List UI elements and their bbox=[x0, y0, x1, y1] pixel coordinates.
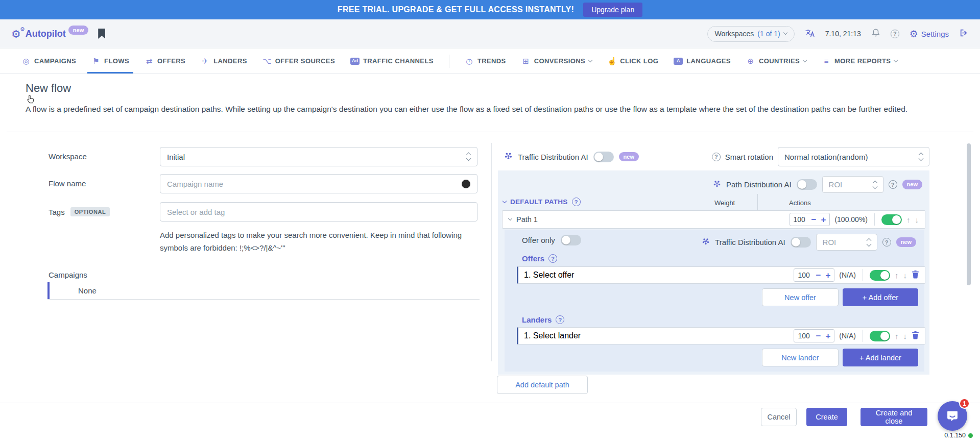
select-updown-icon bbox=[919, 153, 923, 160]
nav-item-languages[interactable]: ALANGUAGES bbox=[674, 48, 731, 73]
nav-item-label: LANGUAGES bbox=[686, 57, 731, 65]
plus-button[interactable]: + bbox=[825, 271, 830, 280]
path-distribution-toggle[interactable] bbox=[797, 179, 817, 190]
new-badge: new bbox=[619, 152, 639, 161]
path-enabled-toggle[interactable] bbox=[881, 214, 902, 225]
campaigns-accent-bar bbox=[47, 282, 50, 299]
nav-item-traffic-channels[interactable]: AdTRAFFIC CHANNELS bbox=[350, 48, 434, 73]
create-and-close-button[interactable]: Create and close bbox=[861, 408, 927, 426]
nav-item-countries[interactable]: ⊕COUNTRIES bbox=[746, 48, 806, 73]
campaigns-label: Campaigns bbox=[49, 270, 87, 279]
trial-banner: FREE TRIAL. UPGRADE & GET FULL ACCESS IN… bbox=[0, 0, 980, 19]
select-updown-icon bbox=[867, 239, 871, 246]
translate-icon[interactable] bbox=[805, 29, 815, 39]
plus-button[interactable]: + bbox=[821, 215, 826, 224]
lander-buttons: New lander + Add lander bbox=[762, 349, 918, 366]
chat-unread-badge: 1 bbox=[959, 398, 970, 409]
roi-select[interactable]: ROI bbox=[816, 234, 877, 251]
new-lander-button[interactable]: New lander bbox=[762, 349, 839, 366]
nav-item-flows[interactable]: ⚑FLOWS bbox=[91, 48, 129, 73]
lander-row[interactable]: 1. Select lander 100 − + (N/A) ↑ ↓ bbox=[517, 327, 925, 344]
workspace-value: Initial bbox=[167, 153, 463, 161]
move-up-icon[interactable]: ↑ bbox=[895, 332, 899, 340]
upgrade-plan-button[interactable]: Upgrade plan bbox=[583, 3, 642, 17]
help-icon[interactable]: ? bbox=[548, 254, 557, 263]
nav-item-trends[interactable]: ◷TRENDS bbox=[465, 48, 506, 73]
offer-only-toggle[interactable] bbox=[561, 235, 581, 245]
brand[interactable]: ⚙⚙ Autopilot new bbox=[11, 29, 105, 39]
help-icon[interactable]: ? bbox=[572, 198, 581, 206]
lander-weight-value: 100 bbox=[798, 332, 811, 340]
lander-actions: 100 − + (N/A) ↑ ↓ bbox=[794, 329, 919, 342]
bookmark-icon[interactable] bbox=[98, 29, 105, 39]
nav-item-label: TRAFFIC CHANNELS bbox=[363, 57, 434, 65]
add-offer-button[interactable]: + Add offer bbox=[843, 288, 918, 306]
help-icon[interactable]: ? bbox=[556, 315, 564, 324]
move-down-icon[interactable]: ↓ bbox=[903, 332, 907, 340]
offer-enabled-toggle[interactable] bbox=[870, 270, 890, 281]
new-offer-button[interactable]: New offer bbox=[762, 288, 839, 306]
traffic-distribution-toggle[interactable] bbox=[791, 237, 811, 248]
lander-enabled-toggle[interactable] bbox=[870, 331, 890, 341]
offer-row[interactable]: 1. Select offer 100 − + (N/A) ↑ ↓ bbox=[517, 266, 925, 284]
smart-rotation-value: Normal rotation(random) bbox=[784, 153, 915, 161]
tags-help-text: Add personalized tags to make your searc… bbox=[160, 229, 480, 254]
nav-item-offers[interactable]: ⇄OFFERS bbox=[145, 48, 185, 73]
nav-item-landers[interactable]: ✈LANDERS bbox=[201, 48, 247, 73]
main-nav: ◎CAMPAIGNS⚑FLOWS⇄OFFERS✈LANDERS⌥OFFER SO… bbox=[0, 48, 980, 74]
lander-weight-stepper[interactable]: 100 − + bbox=[794, 329, 834, 342]
nav-item-click-log[interactable]: ☝CLICK LOG bbox=[607, 48, 658, 73]
minus-button[interactable]: − bbox=[816, 271, 821, 280]
default-paths-header[interactable]: DEFAULT PATHS ? bbox=[503, 198, 581, 206]
help-icon[interactable]: ? bbox=[882, 238, 891, 247]
traffic-distribution-row: Traffic Distribution AI new ? Smart rota… bbox=[504, 147, 929, 166]
workspaces-selector[interactable]: Workspaces (1 of 1) bbox=[707, 26, 795, 42]
flow-color-dot[interactable] bbox=[462, 180, 470, 188]
traffic-distribution-toggle[interactable] bbox=[593, 152, 614, 162]
smart-rotation-select[interactable]: Normal rotation(random) bbox=[778, 147, 929, 166]
path-weight-stepper[interactable]: 100 − + bbox=[790, 213, 830, 226]
minus-button[interactable]: − bbox=[816, 332, 821, 340]
nav-item-campaigns[interactable]: ◎CAMPAIGNS bbox=[21, 48, 76, 73]
version-label: 0.1.150 bbox=[944, 432, 966, 439]
move-up-icon[interactable]: ↑ bbox=[895, 272, 899, 279]
nav-item-offer-sources[interactable]: ⌥OFFER SOURCES bbox=[262, 48, 335, 73]
nav-item-conversions[interactable]: ⊞CONVERSIONS bbox=[521, 48, 592, 73]
roi-select[interactable]: ROI bbox=[822, 176, 883, 193]
workspace-label: Workspace bbox=[49, 152, 87, 161]
settings-button[interactable]: ⚙ Settings bbox=[910, 29, 949, 39]
status-dot bbox=[968, 433, 973, 438]
path-weight-value: 100 bbox=[794, 215, 807, 224]
move-down-icon[interactable]: ↓ bbox=[915, 216, 919, 224]
notifications-bell-icon[interactable] bbox=[871, 28, 880, 39]
scrollbar[interactable] bbox=[967, 143, 971, 285]
help-icon[interactable]: ? bbox=[889, 180, 897, 189]
help-icon[interactable]: ? bbox=[712, 153, 721, 161]
flow-name-input[interactable]: Campaign name bbox=[160, 174, 477, 193]
create-button[interactable]: Create bbox=[806, 408, 847, 426]
trends-clock-icon: ◷ bbox=[465, 57, 474, 65]
divider bbox=[7, 132, 973, 132]
nav-item-more-reports[interactable]: ≡MORE REPORTS bbox=[822, 48, 897, 73]
move-down-icon[interactable]: ↓ bbox=[903, 272, 907, 279]
new-badge: new bbox=[902, 180, 922, 189]
path-row[interactable]: Path 1 100 − + (100.00%) ↑ ↓ bbox=[502, 210, 925, 229]
trash-icon[interactable] bbox=[912, 331, 919, 341]
trash-icon[interactable] bbox=[912, 270, 919, 281]
tags-input[interactable]: Select or add tag bbox=[160, 202, 477, 222]
nav-item-label: LANDERS bbox=[213, 57, 247, 65]
add-default-path-button[interactable]: Add default path bbox=[497, 376, 588, 394]
cancel-button[interactable]: Cancel bbox=[761, 408, 797, 426]
move-up-icon[interactable]: ↑ bbox=[906, 216, 911, 224]
plus-button[interactable]: + bbox=[825, 332, 830, 340]
nav-divider bbox=[449, 55, 449, 68]
flows-flag-icon: ⚑ bbox=[91, 57, 101, 65]
add-lander-button[interactable]: + Add lander bbox=[843, 349, 918, 366]
offer-percent: (N/A) bbox=[839, 271, 856, 279]
minus-button[interactable]: − bbox=[811, 215, 817, 224]
chevron-down-icon[interactable] bbox=[508, 216, 512, 220]
workspace-select[interactable]: Initial bbox=[160, 147, 477, 166]
logout-icon[interactable] bbox=[959, 29, 969, 39]
offer-weight-stepper[interactable]: 100 − + bbox=[794, 268, 834, 282]
help-icon[interactable]: ? bbox=[891, 30, 899, 38]
